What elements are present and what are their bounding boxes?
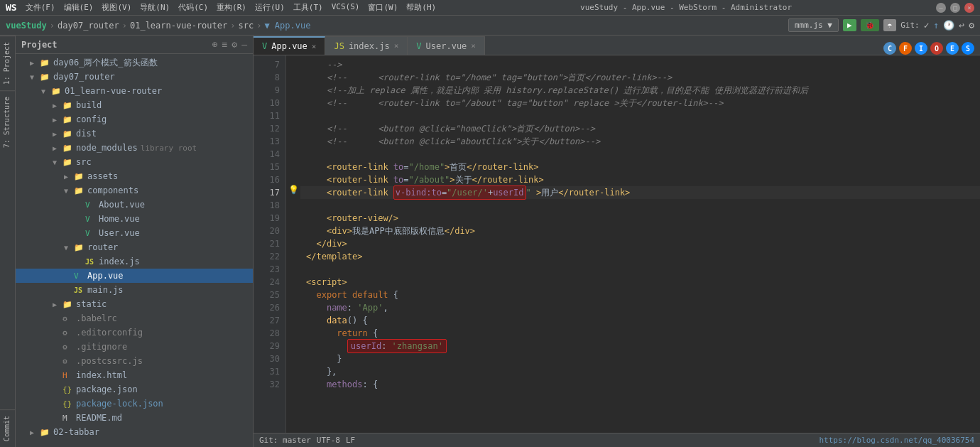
tree-item-01learn[interactable]: ▼ 📁 01_learn-vue-router (16, 84, 253, 98)
highlight-userid: userId: 'zhangsan' (347, 339, 447, 353)
menu-run[interactable]: 运行(U) (255, 2, 285, 13)
menu-file[interactable]: 文件(F) (26, 2, 55, 13)
menu-refactor[interactable]: 重构(R) (217, 2, 246, 13)
gutter-28 (286, 324, 300, 337)
structure-panel-label[interactable]: 7: Structure (0, 90, 15, 154)
folder-icon: 📁 (62, 158, 74, 167)
menu-view[interactable]: 视图(V) (102, 2, 131, 13)
tree-item-src[interactable]: ▼ 📁 src (16, 155, 253, 169)
tree-item-components[interactable]: ▼ 📁 components (16, 183, 253, 198)
tree-item-build[interactable]: ▶ 📁 build (16, 98, 253, 112)
gutter-21 (286, 235, 300, 247)
tree-item-gitignore[interactable]: ⚙ .gitignore (16, 340, 253, 354)
tree-item-package-json[interactable]: {} package.json (16, 382, 253, 397)
chrome-icon[interactable]: C (883, 42, 896, 55)
firefox-icon[interactable]: F (899, 42, 912, 55)
menu-code[interactable]: 代码(C) (178, 2, 208, 13)
menu-tools[interactable]: 工具(T) (293, 2, 323, 13)
git-update-button[interactable]: ✓ (924, 20, 930, 31)
tab-close-user-vue[interactable]: × (471, 41, 476, 50)
settings-button[interactable]: ⚙ (969, 20, 974, 31)
git-push-button[interactable]: ↑ (934, 20, 940, 31)
tree-item-about-vue[interactable]: V About.vue (16, 198, 253, 212)
coverage-button[interactable]: ☂ (883, 19, 897, 31)
gutter-17[interactable]: 💡 (286, 183, 300, 196)
tab-close-index-js[interactable]: × (394, 41, 399, 50)
code-tag: <script> (306, 276, 347, 289)
tree-label: src (76, 157, 92, 167)
file-tree-actions[interactable]: ⊕ ≡ ⚙ — (212, 39, 247, 50)
safari-icon[interactable]: S (962, 42, 974, 55)
menu-edit[interactable]: 编辑(E) (64, 2, 94, 13)
tree-item-config[interactable]: ▶ 📁 config (16, 112, 253, 126)
tree-item-package-lock-json[interactable]: {} package-lock.json (16, 397, 253, 411)
line-num-26: 26 (254, 301, 285, 314)
tree-item-index-html[interactable]: H index.html (16, 368, 253, 382)
code-text: <!-- <button @click="aboutClick">关于</but… (306, 135, 600, 148)
run-button[interactable]: ▶ (843, 19, 856, 31)
folder-icon: 📁 (74, 186, 85, 195)
code-line-9: <!--加上 replace 属性，就是让内部 采用 history.repla… (300, 84, 980, 97)
line-num-7: 7 (254, 58, 285, 71)
bulb-icon[interactable]: 💡 (288, 185, 299, 195)
minimize-button[interactable]: — (936, 3, 946, 13)
tree-item-assets[interactable]: ▶ 📁 assets (16, 169, 253, 183)
menu-bar[interactable]: 文件(F) 编辑(E) 视图(V) 导航(N) 代码(C) 重构(R) 运行(U… (26, 2, 437, 13)
tree-item-02tabbar[interactable]: ▶ 📁 02-tabbar (16, 425, 253, 439)
minimize-panel-icon[interactable]: — (241, 39, 247, 50)
close-button[interactable]: × (964, 3, 974, 13)
locate-file-icon[interactable]: ⊕ (212, 39, 218, 50)
menu-window[interactable]: 窗口(W) (368, 2, 398, 13)
tab-app-vue[interactable]: V App.vue × (254, 36, 325, 55)
code-text (388, 186, 393, 199)
project-panel-label[interactable]: 1: Project (0, 36, 15, 90)
edge-icon[interactable]: E (946, 42, 959, 55)
code-line-11 (300, 109, 980, 122)
settings-icon[interactable]: ⚙ (232, 39, 237, 50)
menu-nav[interactable]: 导航(N) (140, 2, 170, 13)
tree-item-home-vue[interactable]: V Home.vue (16, 212, 253, 226)
maximize-button[interactable]: □ (950, 3, 960, 13)
commit-panel-label[interactable]: Commit (0, 409, 15, 447)
tab-close-app-vue[interactable]: × (312, 42, 317, 51)
tab-index-js[interactable]: JS index.js × (325, 36, 408, 55)
menu-vcs[interactable]: VCS(S) (332, 2, 360, 13)
code-text: } (306, 352, 342, 365)
collapse-all-icon[interactable]: ≡ (222, 39, 228, 50)
code-fn: data (327, 314, 347, 327)
code-line-24: <script> (300, 276, 980, 289)
line-num-10: 10 (254, 97, 285, 109)
gutter-27 (286, 311, 300, 324)
line-num-17: 17 (254, 186, 285, 199)
git-history-button[interactable]: 🕐 (943, 20, 954, 31)
opera-icon[interactable]: O (930, 42, 943, 55)
tree-item-main-js[interactable]: JS main.js (16, 283, 253, 297)
git-rollback-button[interactable]: ↩ (959, 20, 964, 31)
tree-item-user-vue[interactable]: V User.vue (16, 226, 253, 240)
tree-item-router[interactable]: ▼ 📁 router (16, 240, 253, 254)
tree-item-router-index[interactable]: JS index.js (16, 254, 253, 269)
folder-icon: 📁 (74, 243, 85, 252)
tree-item-editorconfig[interactable]: ⚙ .editorconfig (16, 325, 253, 340)
bottom-bar: Git: master UTF-8 LF https://blog.csdn.n… (254, 433, 980, 447)
code-text: : { (362, 378, 378, 391)
tree-item-day06[interactable]: ▶ 📁 day06_两个模式_箭头函数 (16, 55, 253, 70)
tree-item-postcssrc[interactable]: ⚙ .postcssrc.js (16, 354, 253, 368)
run-config-dropdown[interactable]: mmm.js ▼ (788, 18, 839, 32)
blog-link[interactable]: https://blog.csdn.net/qq_40036754 (819, 436, 974, 445)
tree-item-dist[interactable]: ▶ 📁 dist (16, 126, 253, 141)
tree-item-babelrc[interactable]: ⚙ .babelrc (16, 311, 253, 325)
tree-label: .editorconfig (76, 328, 143, 338)
folder-icon: 📁 (40, 428, 51, 437)
tree-item-day07[interactable]: ▼ 📁 day07_router (16, 70, 253, 84)
code-content[interactable]: --> <!-- <router-link to="/home" tag="bu… (300, 55, 980, 433)
tree-item-nodemodules[interactable]: ▶ 📁 node_modules library root (16, 141, 253, 155)
window-controls[interactable]: — □ × (936, 3, 974, 13)
tab-user-vue[interactable]: V User.vue × (408, 36, 485, 55)
debug-button[interactable]: 🐞 (861, 19, 879, 31)
tree-item-readme[interactable]: M README.md (16, 411, 253, 425)
tree-item-static[interactable]: ▶ 📁 static (16, 297, 253, 311)
tree-item-app-vue[interactable]: V App.vue (16, 269, 253, 283)
ie-icon[interactable]: I (915, 42, 927, 55)
menu-help[interactable]: 帮助(H) (406, 2, 436, 13)
